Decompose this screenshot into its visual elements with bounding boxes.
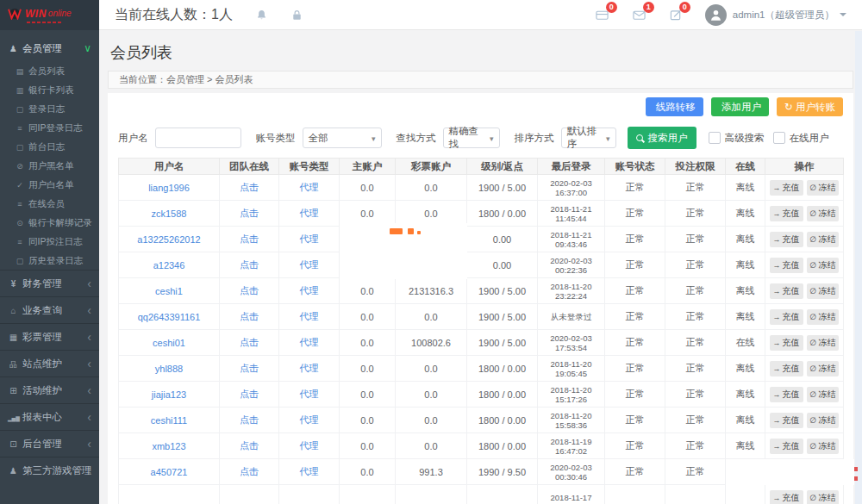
lock-icon[interactable] [290, 9, 303, 22]
account-type-link[interactable]: 代理 [300, 389, 319, 399]
team-online-link[interactable]: 点击 [240, 285, 259, 296]
username-link[interactable]: ceshi111 [151, 415, 187, 426]
recharge-button[interactable]: 充值 [770, 232, 803, 247]
freeze-button[interactable]: 冻结 [807, 232, 840, 247]
recharge-button[interactable]: 充值 [770, 361, 803, 376]
freeze-button[interactable]: 冻结 [807, 335, 840, 351]
username-link[interactable]: a13225262012 [137, 234, 200, 245]
username-link[interactable]: ceshi1 [155, 286, 183, 296]
freeze-button[interactable]: 冻结 [807, 361, 840, 376]
account-type-link[interactable]: 代理 [300, 208, 319, 218]
transfer-line-button[interactable]: 线路转移 [646, 97, 703, 116]
sidebar-section[interactable]: 活动维护 [0, 376, 99, 403]
match-mode-select[interactable]: 精确查找 [443, 128, 500, 148]
team-online-link[interactable]: 点击 [240, 337, 259, 347]
search-users-button[interactable]: 搜索用户 [628, 127, 696, 149]
sidebar-item[interactable]: 银行卡解绑记录 [0, 213, 99, 232]
recharge-button[interactable]: 充值 [770, 413, 803, 428]
freeze-button[interactable]: 冻结 [807, 258, 840, 273]
sidebar-item[interactable]: 历史登录日志 [0, 251, 99, 270]
team-online-link[interactable]: 点击 [240, 311, 259, 321]
advanced-search-checkbox[interactable]: 高级搜索 [709, 132, 765, 145]
username-link[interactable]: liang1996 [148, 183, 190, 193]
username-link[interactable]: ceshi01 [153, 338, 185, 348]
recharge-button[interactable]: 充值 [770, 490, 803, 504]
recharge-button[interactable]: 充值 [770, 180, 803, 196]
team-online-link[interactable]: 点击 [240, 389, 259, 399]
account-type-link[interactable]: 代理 [300, 337, 319, 347]
sidebar-section[interactable]: 第三方游戏管理 [0, 457, 99, 483]
sidebar-item[interactable]: 在线会员 [0, 194, 99, 213]
sidebar-item[interactable]: 用户白名单 [0, 175, 99, 194]
freeze-button[interactable]: 冻结 [807, 490, 840, 504]
username-link[interactable]: a12346 [153, 260, 185, 271]
notification-badge: 0 [606, 2, 617, 13]
bell-icon[interactable] [255, 9, 268, 22]
account-type-link[interactable]: 代理 [300, 311, 319, 321]
recharge-button[interactable]: 充值 [770, 309, 803, 325]
logo[interactable]: WINonline [0, 0, 99, 30]
sidebar-section[interactable]: 站点维护 [0, 350, 99, 376]
recharge-button[interactable]: 充值 [770, 387, 803, 402]
user-transfer-button[interactable]: ↻用户转账 [777, 97, 843, 116]
recharge-button[interactable]: 充值 [770, 258, 803, 273]
sidebar-item[interactable]: 会员列表 [0, 61, 99, 80]
team-online-link[interactable]: 点击 [240, 259, 259, 270]
username-link[interactable]: qq2643391161 [138, 312, 201, 322]
sidebar-item[interactable]: 前台日志 [0, 137, 99, 156]
sidebar-item[interactable]: 用户黑名单 [0, 156, 99, 175]
team-online-link[interactable]: 点击 [240, 414, 259, 425]
sidebar-section[interactable]: 彩票管理 [0, 323, 99, 350]
account-type-link[interactable]: 代理 [300, 440, 319, 451]
team-online-link[interactable]: 点击 [240, 440, 259, 451]
sidebar-item[interactable]: 同IP投注日志 [0, 232, 99, 251]
sidebar-item[interactable]: 银行卡列表 [0, 80, 99, 99]
freeze-button[interactable]: 冻结 [807, 283, 840, 299]
team-online-link[interactable]: 点击 [240, 182, 259, 192]
freeze-button[interactable]: 冻结 [807, 206, 840, 221]
scrollbar-track[interactable] [855, 31, 862, 504]
recharge-button[interactable]: 充值 [770, 439, 803, 454]
freeze-button[interactable]: 冻结 [807, 387, 840, 402]
username-link[interactable]: zck1588 [152, 208, 187, 219]
add-user-button[interactable]: 添加用户 [711, 97, 769, 116]
recharge-button[interactable]: 充值 [770, 283, 803, 299]
avatar[interactable] [705, 4, 727, 26]
username-input[interactable] [155, 128, 241, 148]
sidebar-section[interactable]: 后台管理 [0, 430, 99, 457]
sidebar-section[interactable]: 会员管理 [0, 35, 99, 61]
account-type-link[interactable]: 代理 [300, 414, 319, 425]
team-online-link[interactable]: 点击 [240, 233, 259, 244]
account-type-link[interactable]: 代理 [300, 285, 319, 296]
team-online-link[interactable]: 点击 [240, 208, 259, 218]
team-online-link[interactable]: 点击 [240, 466, 259, 476]
freeze-button[interactable]: 冻结 [807, 180, 840, 196]
account-type-select[interactable]: 全部 [303, 128, 382, 148]
sort-select[interactable]: 默认排序 [561, 128, 616, 148]
team-online-link[interactable]: 点击 [240, 363, 259, 373]
sidebar-section[interactable]: 业务查询 [0, 296, 99, 323]
account-type-link[interactable]: 代理 [300, 259, 319, 270]
card-notifications-button[interactable]: 0 [595, 9, 609, 22]
sidebar-section[interactable]: 财务管理 [0, 270, 99, 296]
account-type-link[interactable]: 代理 [300, 466, 319, 476]
recharge-button[interactable]: 充值 [770, 206, 803, 221]
freeze-button[interactable]: 冻结 [807, 309, 840, 325]
sidebar-item[interactable]: 登录日志 [0, 99, 99, 118]
freeze-button[interactable]: 冻结 [807, 413, 840, 428]
edit-notifications-button[interactable]: 0 [669, 9, 683, 22]
mail-notifications-button[interactable]: 1 [632, 9, 646, 22]
account-type-link[interactable]: 代理 [300, 233, 319, 244]
freeze-button[interactable]: 冻结 [807, 439, 840, 454]
username-link[interactable]: xmb123 [152, 441, 185, 451]
account-type-link[interactable]: 代理 [300, 182, 319, 192]
username-link[interactable]: yhl888 [155, 364, 183, 374]
recharge-button[interactable]: 充值 [770, 335, 803, 351]
username-link[interactable]: jiajia123 [152, 389, 186, 400]
admin-account-label[interactable]: admin1（超级管理员） [733, 9, 834, 22]
username-link[interactable]: a450721 [151, 467, 188, 477]
sidebar-section[interactable]: 报表中心 [0, 403, 99, 430]
sidebar-item[interactable]: 同IP登录日志 [0, 118, 99, 137]
account-type-link[interactable]: 代理 [300, 363, 319, 373]
online-users-checkbox[interactable]: 在线用户 [773, 132, 829, 145]
